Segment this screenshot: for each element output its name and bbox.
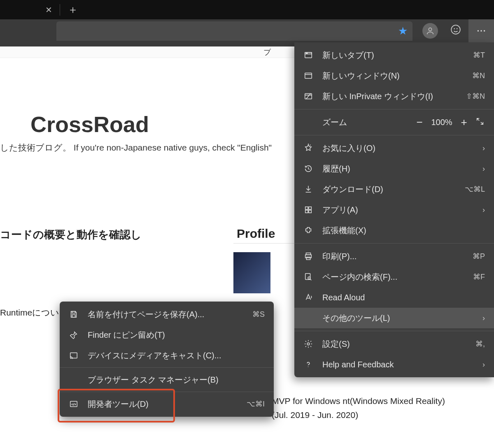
menu-label: 拡張機能(X) xyxy=(322,225,485,236)
menu-apps[interactable]: アプリ(A) › xyxy=(294,200,494,220)
submenu-label: 開発者ツール(D) xyxy=(88,399,247,410)
menu-shortcut: ⌘N xyxy=(472,71,485,80)
svg-rect-7 xyxy=(305,53,312,58)
fullscreen-button[interactable] xyxy=(472,117,488,128)
more-icon xyxy=(476,26,487,36)
menu-shortcut: ⌘F xyxy=(473,272,485,281)
menu-label: 新しいウィンドウ(N) xyxy=(322,70,472,81)
read-aloud-icon xyxy=(303,292,314,303)
menu-print[interactable]: 印刷(P)... ⌘P xyxy=(294,246,494,267)
submenu-separator xyxy=(60,392,274,392)
svg-rect-23 xyxy=(306,257,310,260)
new-window-icon xyxy=(303,70,314,81)
menu-shortcut: ⌘T xyxy=(473,51,485,60)
menu-label: Help and Feedback xyxy=(322,360,479,369)
menu-read-aloud[interactable]: Read Aloud xyxy=(294,287,494,308)
zoom-value: 100% xyxy=(427,118,456,127)
menu-label: 設定(S) xyxy=(322,339,475,350)
chevron-right-icon: › xyxy=(482,314,485,323)
menu-label: アプリ(A) xyxy=(322,204,479,216)
profile-image xyxy=(233,252,270,293)
svg-rect-20 xyxy=(309,210,311,213)
submenu-cast[interactable]: デバイスにメディアをキャスト(C)... xyxy=(60,345,274,366)
tab-divider xyxy=(60,4,60,16)
svg-rect-24 xyxy=(305,274,310,280)
history-icon xyxy=(303,163,314,174)
devtools-icon xyxy=(68,398,79,410)
chevron-right-icon: › xyxy=(482,360,485,369)
menu-zoom-row: ズーム − 100% + xyxy=(294,112,494,132)
svg-rect-8 xyxy=(305,53,312,54)
menu-new-tab[interactable]: 新しいタブ(T) ⌘T xyxy=(294,45,494,65)
menu-label: ページ内の検索(F)... xyxy=(322,272,473,283)
settings-menu: 新しいタブ(T) ⌘T 新しいウィンドウ(N) ⌘N 新しい InPrivate… xyxy=(294,42,494,377)
profile-button[interactable] xyxy=(417,19,443,42)
avatar-icon xyxy=(422,23,438,39)
more-tools-submenu: 名前を付けてページを保存(A)... ⌘S Finder にピン留め(T) デバ… xyxy=(60,302,274,417)
save-icon xyxy=(68,309,79,320)
menu-history[interactable]: 履歴(H) › xyxy=(294,158,494,179)
svg-rect-30 xyxy=(72,315,75,317)
svg-rect-9 xyxy=(306,53,308,54)
submenu-dev-tools[interactable]: 開発者ツール(D) ⌥⌘I xyxy=(60,394,274,414)
menu-new-window[interactable]: 新しいウィンドウ(N) ⌘N xyxy=(294,65,494,86)
menu-shortcut: ⌥⌘L xyxy=(465,185,485,194)
downloads-icon xyxy=(303,183,314,195)
submenu-label: ブラウザー タスク マネージャー(B) xyxy=(88,374,265,385)
svg-point-5 xyxy=(480,30,482,31)
submenu-shortcut: ⌥⌘I xyxy=(247,399,265,409)
favorite-star-icon[interactable]: ★ xyxy=(398,25,408,37)
submenu-label: デバイスにメディアをキャスト(C)... xyxy=(88,350,265,361)
chevron-right-icon: › xyxy=(482,165,485,173)
menu-shortcut: ⌘, xyxy=(475,339,485,348)
submenu-label: Finder にピン留め(T) xyxy=(88,330,265,341)
menu-label: お気に入り(O) xyxy=(322,143,479,154)
close-tab-button[interactable]: ✕ xyxy=(41,5,56,15)
more-menu-button[interactable] xyxy=(468,19,494,42)
address-bar[interactable]: ★ xyxy=(56,21,412,41)
browser-toolbar: ★ xyxy=(0,19,494,42)
zoom-out-button[interactable]: − xyxy=(412,116,427,129)
svg-point-6 xyxy=(484,30,485,31)
submenu-label: 名前を付けてページを保存(A)... xyxy=(88,309,252,320)
pin-icon xyxy=(68,329,79,341)
find-icon xyxy=(303,271,314,283)
menu-shortcut: ⇧⌘N xyxy=(466,92,485,101)
submenu-save-as[interactable]: 名前を付けてページを保存(A)... ⌘S xyxy=(60,304,274,325)
chevron-right-icon: › xyxy=(482,206,485,214)
menu-label: Read Aloud xyxy=(322,293,485,302)
menu-label: 印刷(P)... xyxy=(322,251,473,262)
menu-help[interactable]: Help and Feedback › xyxy=(294,354,494,375)
menu-separator xyxy=(294,331,494,331)
feedback-button[interactable] xyxy=(443,19,468,42)
svg-point-3 xyxy=(457,28,457,29)
menu-extensions[interactable]: 拡張機能(X) xyxy=(294,220,494,241)
menu-new-inprivate[interactable]: 新しい InPrivate ウィンドウ(I) ⇧⌘N xyxy=(294,86,494,107)
menu-label: その他のツール(L) xyxy=(322,313,479,324)
chevron-right-icon: › xyxy=(482,144,485,153)
cast-icon xyxy=(68,350,79,361)
submenu-separator xyxy=(60,367,274,368)
svg-point-4 xyxy=(478,30,479,31)
menu-downloads[interactable]: ダウンロード(D) ⌥⌘L xyxy=(294,179,494,200)
menu-find[interactable]: ページ内の検索(F)... ⌘F xyxy=(294,267,494,287)
svg-point-1 xyxy=(451,25,460,34)
menu-separator xyxy=(294,109,494,109)
zoom-in-button[interactable]: + xyxy=(456,116,472,129)
new-tab-button[interactable]: ＋ xyxy=(63,2,82,17)
submenu-task-manager[interactable]: ブラウザー タスク マネージャー(B) xyxy=(60,369,274,390)
menu-label: 新しいタブ(T) xyxy=(322,50,473,61)
menu-separator xyxy=(294,243,494,244)
menu-separator xyxy=(294,135,494,135)
submenu-pin-finder[interactable]: Finder にピン留め(T) xyxy=(60,325,274,345)
menu-shortcut: ⌘P xyxy=(473,252,485,261)
zoom-label: ズーム xyxy=(322,117,412,128)
svg-rect-18 xyxy=(309,207,311,209)
menu-settings[interactable]: 設定(S) ⌘, xyxy=(294,334,494,354)
new-tab-icon xyxy=(303,49,314,61)
smile-icon xyxy=(450,24,461,37)
svg-rect-10 xyxy=(305,73,312,79)
menu-more-tools[interactable]: その他のツール(L) › xyxy=(294,308,494,328)
svg-point-2 xyxy=(454,28,454,29)
menu-favorites[interactable]: お気に入り(O) › xyxy=(294,138,494,158)
